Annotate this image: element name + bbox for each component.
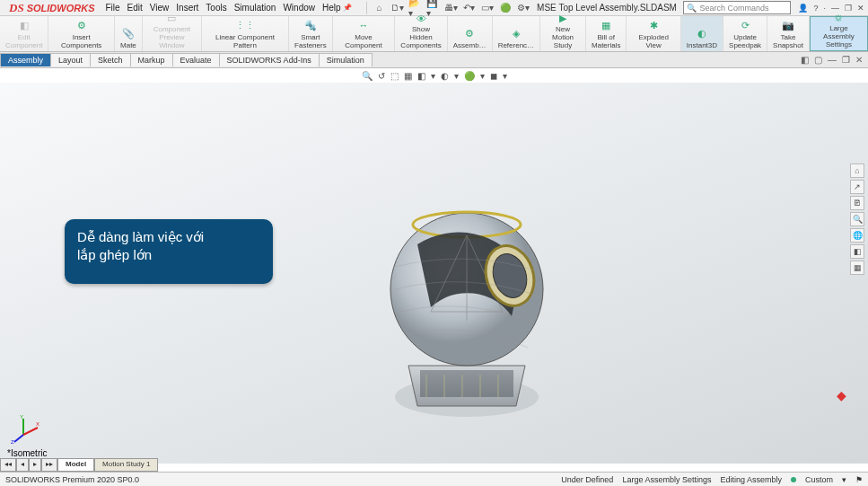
cmd-tab-evaluate[interactable]: Evaluate <box>172 53 220 66</box>
menu-bar: FileEditViewInsertToolsSimulationWindowH… <box>105 3 340 13</box>
heads-up-row: 🔍↺⬚▦◧▾◐▾🟢▾◼▾ <box>362 71 507 81</box>
headsup-icon-0[interactable]: 🔍 <box>362 71 373 81</box>
ribbon-bom[interactable]: ▦Bill of Materials <box>586 16 627 51</box>
print-icon[interactable]: 🖶▾ <box>444 1 459 15</box>
menu-window[interactable]: Window <box>283 3 315 13</box>
restore-button[interactable]: ❐ <box>845 4 852 13</box>
headsup-icon-7[interactable]: ▾ <box>454 71 459 81</box>
tab-collapse-left-icon[interactable]: ◧ <box>801 55 809 65</box>
status-flag-icon[interactable]: ⚑ <box>855 475 863 484</box>
menu-edit[interactable]: Edit <box>127 3 143 13</box>
headsup-icon-8[interactable]: 🟢 <box>464 71 475 81</box>
tab-close-icon[interactable]: ✕ <box>855 55 863 65</box>
mate-label: Mate <box>120 41 136 49</box>
smart-fasteners-icon: 🔩 <box>303 18 318 32</box>
new-doc-icon[interactable]: 🗋▾ <box>390 1 405 15</box>
cmd-tab-row: AssemblyLayoutSketchMarkupEvaluateSOLIDW… <box>0 53 372 66</box>
cmd-tab-layout[interactable]: Layout <box>50 53 91 66</box>
headsup-icon-6[interactable]: ◐ <box>441 71 449 81</box>
taskpane-tab-0[interactable]: ⌂ <box>850 163 864 178</box>
taskpane-tab-6[interactable]: ▦ <box>850 261 864 275</box>
menu-view[interactable]: View <box>150 3 170 13</box>
linear-pattern-icon: ⋮⋮ <box>238 18 252 32</box>
command-ribbon: ◧Edit Component⚙Insert Components📎Mate▭C… <box>0 16 868 52</box>
ribbon-smart-fasteners[interactable]: 🔩Smart Fasteners <box>289 16 333 51</box>
status-version: SOLIDWORKS Premium 2020 SP0.0 <box>5 475 139 484</box>
ribbon-mate[interactable]: 📎Mate <box>115 16 143 51</box>
undo-icon[interactable]: ↶▾ <box>462 1 477 15</box>
menu-file[interactable]: File <box>105 3 119 13</box>
close-button[interactable]: ✕ <box>857 4 864 13</box>
assembly-tools-label: Assemb… <box>453 41 487 49</box>
menu-tools[interactable]: Tools <box>206 3 226 13</box>
tab-collapse-right-icon[interactable]: ▢ <box>814 55 822 65</box>
rebuild-icon[interactable]: 🟢 <box>498 1 513 15</box>
cmd-tab-solidworks-add-ins[interactable]: SOLIDWORKS Add-Ins <box>219 53 320 66</box>
taskpane-tab-1[interactable]: ↗ <box>850 180 864 194</box>
ribbon-reference[interactable]: ◈Referenc… <box>493 16 540 51</box>
tab-minimize-icon[interactable]: — <box>828 55 837 65</box>
status-arrow-icon[interactable]: ▾ <box>842 475 846 484</box>
cmd-tab-markup[interactable]: Markup <box>130 53 173 66</box>
graphics-area[interactable]: Dễ dàng làm việc với lắp ghép lớn Y X Z … <box>0 83 868 464</box>
cmd-tab-assembly[interactable]: Assembly <box>0 53 51 66</box>
ribbon-linear-pattern[interactable]: ⋮⋮Linear Component Pattern <box>202 16 289 51</box>
menu-help[interactable]: Help <box>322 3 341 13</box>
ribbon-large-assembly[interactable]: ⛭Large Assembly Settings <box>810 16 868 51</box>
taskpane-tab-4[interactable]: 🌐 <box>850 228 864 243</box>
edit-component-icon: ◧ <box>17 18 31 32</box>
component-preview-icon: ▭ <box>164 13 179 24</box>
menu-pin-icon[interactable]: 📌 <box>343 4 352 12</box>
tab-nav-first[interactable]: ◂◂ <box>0 458 16 472</box>
model-tab[interactable]: Model <box>57 458 94 472</box>
instant3d-label: Instant3D <box>687 41 717 49</box>
headsup-icon-5[interactable]: ▾ <box>431 71 435 81</box>
headsup-icon-4[interactable]: ◧ <box>417 71 425 81</box>
login-icon[interactable]: 👤 <box>798 4 808 13</box>
ribbon-assembly-tools[interactable]: ⚙Assemb… <box>448 16 493 51</box>
tab-restore-icon[interactable]: ❐ <box>842 55 850 65</box>
tab-nav-last[interactable]: ▸▸ <box>41 458 57 472</box>
select-icon[interactable]: ▭▾ <box>480 1 495 15</box>
headsup-icon-1[interactable]: ↺ <box>378 71 385 81</box>
taskpane-tab-3[interactable]: 🔍 <box>850 212 864 226</box>
edit-component-label: Edit Component <box>5 33 42 49</box>
ribbon-update-speedpak[interactable]: ⟳Update Speedpak <box>723 16 767 51</box>
headsup-icon-2[interactable]: ⬚ <box>390 71 399 81</box>
view-label: *Isometric <box>7 448 47 458</box>
status-bar: SOLIDWORKS Premium 2020 SP0.0 Under Defi… <box>0 472 868 486</box>
tab-nav-next[interactable]: ▸ <box>29 458 41 472</box>
cmd-tab-simulation[interactable]: Simulation <box>319 53 373 66</box>
taskpane-tab-2[interactable]: 🖹 <box>850 196 864 210</box>
orientation-triad[interactable]: Y X Z <box>11 415 39 444</box>
ribbon-instant3d[interactable]: ◐Instant3D <box>681 16 723 51</box>
ribbon-exploded[interactable]: ✱Exploded View <box>627 16 680 51</box>
show-hidden-icon: 👁 <box>414 13 428 24</box>
motion-study-tab[interactable]: Motion Study 1 <box>94 458 158 472</box>
headsup-icon-10[interactable]: ◼ <box>490 71 497 81</box>
menu-insert[interactable]: Insert <box>176 3 198 13</box>
ribbon-new-motion[interactable]: ▶New Motion Study <box>540 16 586 51</box>
status-units[interactable]: Custom <box>805 475 833 484</box>
help-icon[interactable]: ? <box>813 4 818 13</box>
headsup-icon-11[interactable]: ▾ <box>503 71 507 81</box>
tab-nav-prev[interactable]: ◂ <box>16 458 29 472</box>
headsup-icon-3[interactable]: ▦ <box>404 71 412 81</box>
svg-text:Y: Y <box>20 415 23 420</box>
ribbon-show-hidden[interactable]: 👁Show Hidden Components <box>395 16 447 51</box>
search-input[interactable]: 🔍Search Commands <box>683 1 791 14</box>
ribbon-move-component[interactable]: ↔Move Component <box>333 16 396 51</box>
taskpane-tab-5[interactable]: ◧ <box>850 244 864 259</box>
options-icon[interactable]: ⚙▾ <box>516 1 530 15</box>
cmd-tab-sketch[interactable]: Sketch <box>90 53 131 66</box>
search-placeholder: Search Commands <box>699 4 768 13</box>
instant3d-icon: ◐ <box>695 26 709 40</box>
minimize-button[interactable]: — <box>831 4 839 13</box>
show-hidden-label: Show Hidden Components <box>400 25 441 49</box>
menu-simulation[interactable]: Simulation <box>234 3 276 13</box>
headsup-icon-9[interactable]: ▾ <box>480 71 485 81</box>
home-icon[interactable]: ⌂ <box>373 1 387 15</box>
ribbon-take-snapshot[interactable]: 📷Take Snapshot <box>767 16 810 51</box>
ribbon-insert-components[interactable]: ⚙Insert Components <box>48 16 115 51</box>
svg-text:X: X <box>36 421 39 427</box>
